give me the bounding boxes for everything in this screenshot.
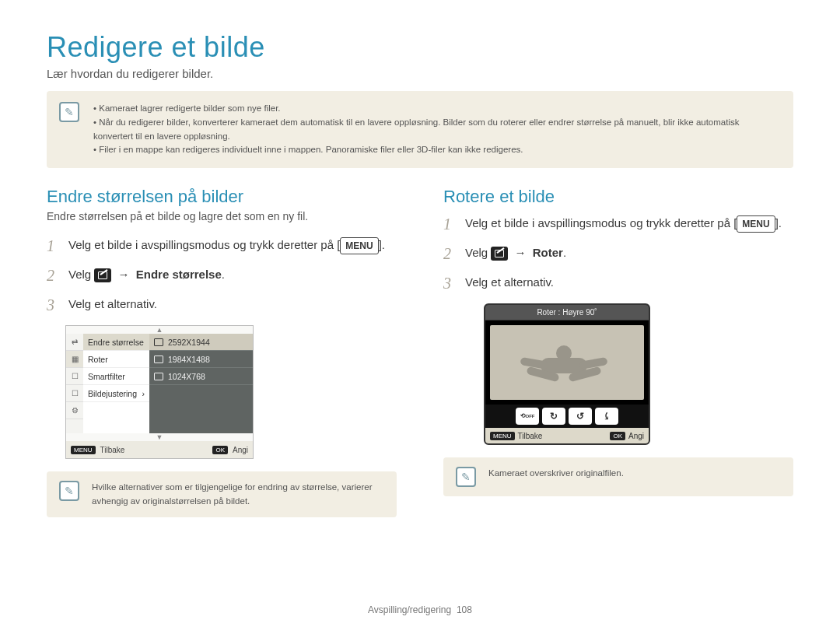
rotate-screen-mock: Roter : Høyre 90˚ ⟲OFF ↻ ↺ ⤹	[484, 303, 650, 445]
cam-tab-icon: ⇄	[66, 334, 83, 351]
rotate-screen-title: Roter : Høyre 90˚	[485, 305, 649, 321]
cam-tab-icon: ⚙	[66, 402, 83, 419]
resolution-option: 2592X1944	[149, 334, 253, 351]
cam-tab-icon: ☐	[66, 368, 83, 385]
rotate-tip-box: ✎ Kameraet overskriver originalfilen.	[443, 457, 793, 496]
page-footer: Avspilling/redigering 108	[0, 604, 840, 615]
resize-step1: Velg et bilde i avspillingsmodus og tryk…	[68, 236, 385, 254]
step-number: 3	[47, 296, 61, 314]
resize-tip-text: Hvilke alternativer som er tilgjengelige…	[92, 481, 384, 508]
rotate-step1: Velg et bilde i avspillingsmodus og tryk…	[465, 215, 782, 233]
rotate-right-button: ↻	[542, 408, 565, 425]
step-number: 3	[443, 274, 457, 292]
resize-heading: Endre størrelsen på bilder	[47, 187, 397, 207]
top-note-item: Filer i en mappe kan redigeres individue…	[93, 143, 781, 157]
rotate-flip-button: ⤹	[595, 408, 618, 425]
resize-step3: Velg et alternativ.	[68, 296, 157, 313]
menu-item: Roter	[83, 351, 149, 368]
screen-footer: MENUTilbake OKAngi	[485, 428, 649, 443]
edit-icon	[491, 247, 508, 261]
cam-tab-icon: ☐	[66, 385, 83, 402]
rotate-tip-text: Kameraet overskriver originalfilen.	[488, 467, 624, 487]
note-icon: ✎	[456, 467, 476, 487]
menu-item: Endre størrelse	[83, 334, 149, 351]
rotate-step2: Velg → Roter.	[465, 244, 566, 262]
page-subtitle: Lær hvordan du redigerer bilder.	[47, 67, 793, 80]
step-number: 2	[443, 244, 457, 263]
edit-icon	[94, 268, 111, 282]
preview-image	[490, 325, 644, 400]
page-title: Redigere et bilde	[47, 31, 793, 64]
rotate-off-button: ⟲OFF	[516, 408, 539, 425]
step-number: 2	[47, 266, 61, 285]
resize-screen-mock: ▲ ⇄ ▦ ☐ ☐ ⚙ Endre størrelse Roter Smartf…	[65, 325, 254, 459]
screen-footer: MENUTilbake OKAngi	[66, 441, 253, 458]
menu-item: Bildejustering›	[83, 385, 149, 402]
resize-tip-box: ✎ Hvilke alternativer som er tilgjengeli…	[47, 471, 397, 517]
top-note-box: ✎ Kameraet lagrer redigerte bilder som n…	[47, 91, 793, 168]
rotate-step3: Velg et alternativ.	[465, 274, 554, 292]
rotate-left-button: ↺	[569, 408, 592, 425]
resolution-option: 1984X1488	[149, 351, 253, 368]
resize-step2: Velg → Endre størrelse.	[68, 266, 225, 284]
note-icon: ✎	[59, 102, 79, 122]
note-icon: ✎	[59, 481, 79, 501]
resolution-option: 1024X768	[149, 368, 253, 385]
step-number: 1	[443, 215, 457, 233]
top-note-item: Kameraet lagrer redigerte bilder som nye…	[93, 102, 781, 116]
rotate-heading: Rotere et bilde	[443, 187, 793, 207]
top-note-item: Når du redigerer bilder, konverterer kam…	[93, 116, 781, 144]
step-number: 1	[47, 236, 61, 255]
menu-button-label: MENU	[737, 215, 775, 233]
menu-button-label: MENU	[340, 237, 378, 254]
cam-tab-icon: ▦	[66, 351, 83, 368]
menu-item: Smartfilter	[83, 368, 149, 385]
resize-sub: Endre størrelsen på et bilde og lagre de…	[47, 210, 397, 222]
